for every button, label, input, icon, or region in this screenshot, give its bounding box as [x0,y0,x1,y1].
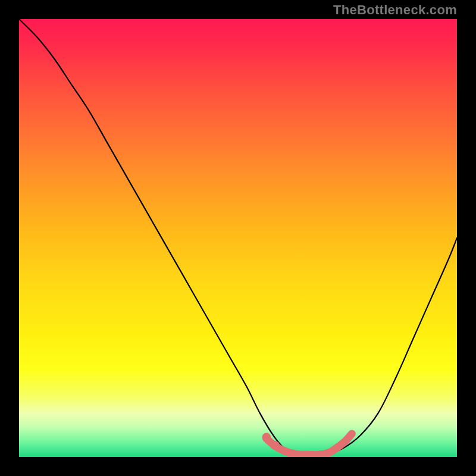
highlight-dot [271,441,280,450]
bottleneck-curve [19,19,457,457]
plot-area [19,19,457,457]
chart-frame: TheBottleneck.com [0,0,476,476]
watermark-text: TheBottleneck.com [333,2,457,18]
highlight-dot [262,433,271,442]
